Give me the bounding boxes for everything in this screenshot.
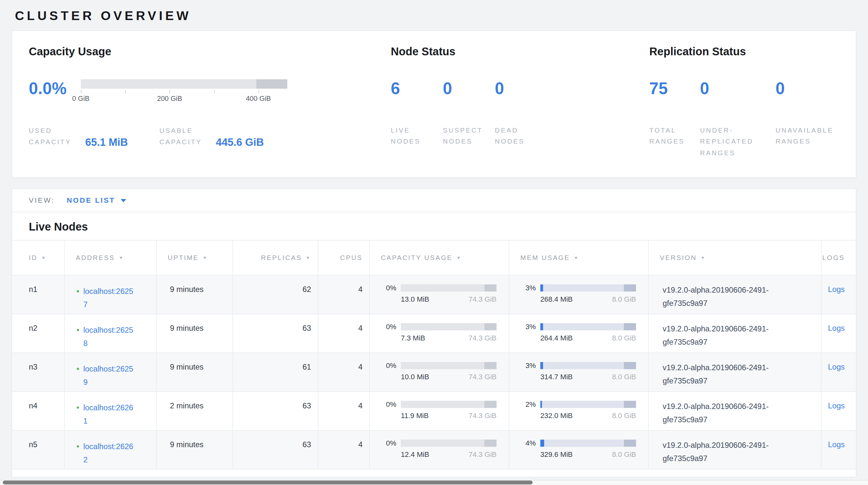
live-nodes-heading: Live Nodes	[12, 212, 856, 240]
axis-label-200gib: 200 GiB	[157, 95, 182, 103]
replication-status-title: Replication Status	[649, 46, 839, 58]
suspect-nodes-value: 0	[443, 79, 495, 98]
logs-link[interactable]: Logs	[828, 363, 845, 371]
capacity-usage-cell: 0% 11.9 MiB 74.3 GiB	[369, 392, 508, 430]
node-address-link[interactable]: localhost:26262	[83, 440, 136, 469]
capacity-bar-endcap	[485, 323, 497, 331]
capacity-bar-endcap	[485, 362, 497, 369]
node-replicas: 63	[232, 392, 318, 430]
sort-arrow-icon: ▼	[306, 255, 311, 260]
node-uptime: 9 minutes	[156, 431, 232, 469]
live-nodes-stat: 6 LIVE NODES	[391, 79, 443, 147]
node-address-cell: ● localhost:26257	[64, 276, 156, 314]
table-row: n5 ● localhost:26262 9 minutes 63 4 0% 1…	[12, 431, 856, 469]
node-replicas: 61	[232, 353, 318, 391]
view-selected-value: NODE LIST	[67, 196, 115, 205]
unavailable-ranges-stat: 0 UNAVAILABLE RANGES	[776, 79, 839, 159]
capacity-total-value: 74.3 GiB	[469, 334, 497, 342]
usable-capacity-value: 445.6 GiB	[216, 136, 264, 148]
capacity-total-value: 74.3 GiB	[469, 450, 497, 458]
col-label: VERSION	[660, 254, 696, 262]
capacity-usage-section: Capacity Usage 0.0% 0 GiB 20	[29, 46, 391, 159]
horizontal-scrollbar-thumb[interactable]	[3, 481, 533, 484]
col-header-id[interactable]: ID▼	[12, 240, 64, 275]
capacity-usage-cell: 0% 10.0 MiB 74.3 GiB	[369, 353, 508, 391]
node-address-link[interactable]: localhost:26259	[83, 363, 136, 391]
mem-usage-bar	[540, 323, 636, 331]
capacity-percent-label: 0%	[382, 285, 397, 292]
col-header-cpus[interactable]: CPUS	[318, 240, 369, 275]
live-status-dot-icon: ●	[76, 285, 80, 314]
table-row: n2 ● localhost:26258 9 minutes 63 4 0% 7…	[12, 314, 856, 353]
replication-status-section: Replication Status 75 TOTAL RANGES 0 UND…	[649, 46, 839, 159]
col-header-replicas[interactable]: REPLICAS▼	[232, 240, 318, 275]
logs-link[interactable]: Logs	[828, 401, 845, 410]
node-address-link[interactable]: localhost:26257	[83, 285, 136, 314]
mem-percent-label: 3%	[522, 362, 536, 369]
col-header-capacity-usage[interactable]: CAPACITY USAGE▼	[369, 240, 508, 275]
dead-nodes-value: 0	[495, 79, 547, 98]
capacity-chart: 0 GiB 200 GiB 400 GiB	[81, 79, 287, 106]
dead-nodes-label: DEAD NODES	[495, 125, 547, 147]
capacity-usage-bar	[401, 440, 497, 447]
mem-percent-label: 3%	[522, 323, 536, 331]
col-label: REPLICAS	[261, 254, 302, 262]
suspect-nodes-label: SUSPECT NODES	[443, 125, 495, 147]
node-cpus: 4	[318, 431, 369, 469]
node-status-title: Node Status	[391, 46, 649, 58]
capacity-used-value: 10.0 MiB	[401, 372, 429, 381]
col-header-version[interactable]: VERSION▼	[648, 240, 821, 275]
node-address-link[interactable]: localhost:26258	[83, 324, 136, 352]
logs-link[interactable]: Logs	[828, 440, 845, 449]
mem-bar-endcap	[624, 362, 636, 369]
sort-arrow-icon: ▼	[574, 255, 579, 260]
node-replicas: 63	[232, 431, 318, 469]
node-cpus: 4	[318, 392, 369, 430]
col-header-uptime[interactable]: UPTIME▼	[156, 240, 232, 275]
col-header-address[interactable]: ADDRESS▼	[64, 240, 156, 275]
capacity-total-value: 74.3 GiB	[469, 411, 497, 420]
col-header-mem-usage[interactable]: MEM USAGE▼	[508, 240, 648, 275]
page-title: CLUSTER OVERVIEW	[0, 0, 868, 30]
capacity-usage-cell: 0% 12.4 MiB 74.3 GiB	[369, 431, 508, 469]
under-replicated-value: 0	[700, 79, 776, 98]
usable-capacity-stat: USABLE CAPACITY 445.6 GiB	[159, 125, 264, 148]
table-row-partial	[12, 469, 856, 477]
mem-bar-endcap	[624, 285, 636, 292]
node-id: n1	[12, 276, 64, 314]
live-status-dot-icon: ●	[76, 363, 80, 391]
live-status-dot-icon: ●	[76, 324, 80, 352]
node-address-cell: ● localhost:26262	[64, 431, 156, 469]
mem-total-value: 8.0 GiB	[612, 295, 636, 303]
dead-nodes-stat: 0 DEAD NODES	[495, 79, 547, 147]
chevron-down-icon	[121, 199, 126, 202]
logs-link[interactable]: Logs	[828, 285, 845, 293]
capacity-percent-label: 0%	[382, 440, 397, 447]
unavailable-ranges-label: UNAVAILABLE RANGES	[776, 125, 839, 147]
view-selector[interactable]: NODE LIST	[67, 196, 126, 205]
node-id: n5	[12, 431, 64, 469]
capacity-usage-bar	[401, 323, 497, 331]
axis-label-400gib: 400 GiB	[246, 95, 271, 103]
node-id: n2	[12, 314, 64, 352]
capacity-bar-endcap	[485, 440, 497, 447]
axis-tick	[81, 90, 82, 93]
mem-total-value: 8.0 GiB	[612, 334, 636, 342]
live-nodes-label: LIVE NODES	[391, 125, 443, 147]
node-replicas: 62	[232, 276, 318, 314]
axis-tick	[258, 90, 259, 93]
capacity-used-value: 13.0 MiB	[401, 295, 429, 303]
mem-usage-bar	[540, 401, 636, 408]
nodes-card: VIEW: NODE LIST Live Nodes ID▼ ADDRESS▼ …	[11, 189, 857, 477]
col-label: MEM USAGE	[520, 254, 570, 262]
under-replicated-label: UNDER-REPLICATED RANGES	[700, 125, 765, 159]
node-address-link[interactable]: localhost:26261	[83, 401, 136, 430]
logs-link[interactable]: Logs	[828, 324, 845, 333]
capacity-used-value: 12.4 MiB	[401, 450, 429, 458]
node-cpus: 4	[318, 314, 369, 352]
mem-used-value: 329.6 MiB	[540, 450, 572, 458]
axis-tick	[214, 90, 215, 93]
capacity-percent-label: 0%	[382, 401, 397, 408]
col-label: CAPACITY USAGE	[381, 254, 453, 262]
node-version: v19.2.0-alpha.20190606-2491-gfe735c9a97	[648, 431, 821, 469]
